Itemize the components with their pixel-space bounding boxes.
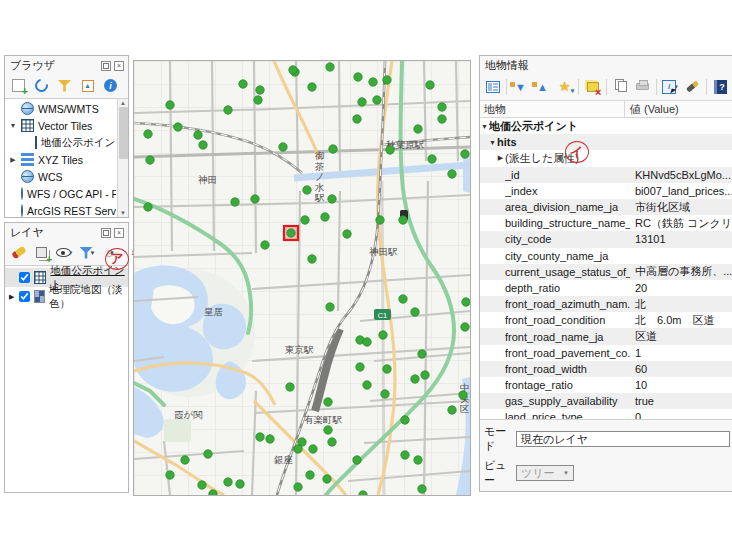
land-price-point[interactable] bbox=[414, 456, 422, 464]
browser-item-wcs[interactable]: WCS bbox=[7, 168, 116, 185]
land-price-point[interactable] bbox=[236, 480, 244, 488]
attribute-row[interactable]: city_county_name_ja bbox=[480, 248, 732, 264]
land-price-point[interactable] bbox=[324, 398, 332, 406]
land-price-point[interactable] bbox=[399, 295, 407, 303]
land-price-point[interactable] bbox=[399, 216, 407, 224]
scroll-up-icon[interactable]: ▲ bbox=[120, 100, 126, 106]
land-price-point[interactable] bbox=[294, 483, 302, 491]
land-price-point[interactable] bbox=[418, 485, 426, 493]
land-price-point[interactable] bbox=[224, 478, 232, 486]
land-price-point[interactable] bbox=[324, 426, 332, 434]
land-price-point[interactable] bbox=[306, 471, 314, 479]
browser-item--[interactable]: 地価公示ポイント bbox=[7, 134, 116, 151]
form-view-icon[interactable] bbox=[483, 77, 502, 96]
attribute-row[interactable]: front_road_azimuth_nam...北 bbox=[480, 296, 732, 312]
layer-visibility-checkbox[interactable] bbox=[19, 291, 30, 302]
clear-results-icon[interactable] bbox=[583, 77, 602, 96]
layer-item[interactable]: ▶地理院地図（淡色） bbox=[5, 287, 128, 306]
attribute-row[interactable]: area_division_name_ja市街化区域 bbox=[480, 199, 732, 215]
expander-icon[interactable]: ▶ bbox=[496, 154, 505, 162]
land-price-point[interactable] bbox=[199, 141, 207, 149]
filter-legend-icon[interactable]: ▼ bbox=[78, 243, 97, 262]
result-group-row[interactable]: ▶(派生した属性) bbox=[480, 150, 732, 166]
attribute-row[interactable]: front_road_pavement_co...1 bbox=[480, 345, 732, 361]
land-price-point[interactable] bbox=[354, 73, 362, 81]
attribute-row[interactable]: front_road_name_ja区道 bbox=[480, 328, 732, 344]
identify-mode-icon[interactable]: i▼ bbox=[661, 77, 680, 96]
land-price-point[interactable] bbox=[411, 375, 419, 383]
browser-panel-titlebar[interactable]: ブラウザ × bbox=[5, 56, 128, 74]
manage-visibility-icon[interactable]: ▼ bbox=[55, 243, 74, 262]
land-price-point[interactable] bbox=[174, 123, 182, 131]
land-price-point[interactable] bbox=[301, 216, 309, 224]
identify-settings-icon[interactable] bbox=[683, 77, 702, 96]
land-price-point[interactable] bbox=[198, 481, 206, 489]
expander-icon[interactable]: ▼ bbox=[488, 139, 497, 146]
browser-item-vector-tiles[interactable]: ▼Vector Tiles bbox=[7, 117, 116, 134]
land-price-point[interactable] bbox=[308, 255, 316, 263]
land-price-point[interactable] bbox=[356, 363, 364, 371]
land-price-point[interactable] bbox=[373, 96, 381, 104]
layers-close-icon[interactable]: × bbox=[114, 228, 124, 238]
land-price-point[interactable] bbox=[381, 390, 389, 398]
land-price-point[interactable] bbox=[379, 331, 387, 339]
attribute-row[interactable]: current_usage_status_of_...中高層の事務所、... bbox=[480, 264, 732, 280]
land-price-point[interactable] bbox=[209, 490, 217, 495]
print-response-icon[interactable] bbox=[633, 77, 652, 96]
scroll-thumb[interactable] bbox=[119, 107, 128, 159]
browser-item-arcgis-rest-servers[interactable]: ArcGIS REST Servers bbox=[7, 202, 116, 217]
land-price-point[interactable] bbox=[166, 101, 174, 109]
land-price-point[interactable] bbox=[363, 381, 371, 389]
scroll-down-icon[interactable]: ▼ bbox=[120, 210, 126, 216]
land-price-point[interactable] bbox=[448, 170, 456, 178]
land-price-point[interactable] bbox=[144, 203, 152, 211]
land-price-point[interactable] bbox=[438, 115, 446, 123]
land-price-point[interactable] bbox=[254, 96, 262, 104]
land-price-point[interactable] bbox=[144, 130, 152, 138]
land-price-point[interactable] bbox=[459, 391, 467, 399]
land-price-point[interactable] bbox=[251, 195, 259, 203]
land-price-point[interactable] bbox=[401, 416, 409, 424]
attribute-row[interactable]: front_road_condition北 6.0m 区道 bbox=[480, 312, 732, 328]
land-price-point[interactable] bbox=[323, 475, 331, 483]
land-price-point[interactable] bbox=[224, 106, 232, 114]
land-price-point[interactable] bbox=[286, 383, 294, 391]
land-price-point[interactable] bbox=[353, 456, 361, 464]
filter-browser-icon[interactable] bbox=[55, 76, 74, 95]
add-group-icon[interactable] bbox=[32, 243, 51, 262]
land-price-point[interactable] bbox=[421, 371, 429, 379]
expander-icon[interactable]: ▼ bbox=[480, 123, 489, 130]
expand-new-results-icon[interactable]: ★ bbox=[555, 77, 574, 96]
value-column-header[interactable]: 値 (Value) bbox=[625, 102, 732, 117]
land-price-point[interactable] bbox=[462, 298, 470, 306]
land-price-point[interactable] bbox=[194, 131, 202, 139]
layer-visibility-checkbox[interactable] bbox=[19, 272, 30, 283]
result-group-row[interactable]: ▼地価公示ポイント bbox=[480, 118, 732, 134]
attribute-row[interactable]: depth_ratio20 bbox=[480, 280, 732, 296]
land-price-point[interactable] bbox=[204, 450, 212, 458]
result-group-row[interactable]: ▼hits bbox=[480, 134, 732, 150]
attribute-row[interactable]: gas_supply_availabilitytrue bbox=[480, 393, 732, 409]
land-price-point[interactable] bbox=[426, 81, 434, 89]
land-price-point[interactable] bbox=[239, 80, 247, 88]
attribute-row[interactable]: front_road_width60 bbox=[480, 361, 732, 377]
land-price-point[interactable] bbox=[401, 451, 409, 459]
land-price-point[interactable] bbox=[279, 143, 287, 151]
land-price-point[interactable] bbox=[461, 150, 469, 158]
land-price-point[interactable] bbox=[438, 103, 446, 111]
expander-icon[interactable]: ▼ bbox=[9, 122, 17, 129]
attribute-row[interactable]: building_structure_name_jaRC（鉄筋 コンクリ... bbox=[480, 215, 732, 231]
style-manager-icon[interactable] bbox=[9, 243, 28, 262]
identify-panel-titlebar[interactable]: 地物情報 bbox=[480, 56, 732, 74]
land-price-point[interactable] bbox=[411, 308, 419, 316]
land-price-point[interactable] bbox=[231, 198, 239, 206]
attribute-row[interactable]: city_code13101 bbox=[480, 231, 732, 247]
view-combobox[interactable]: ツリー ▼ bbox=[516, 465, 574, 481]
feature-column-header[interactable]: 地物 bbox=[480, 101, 625, 117]
land-price-point[interactable] bbox=[448, 406, 456, 414]
refresh-icon[interactable] bbox=[32, 76, 51, 95]
land-price-point[interactable] bbox=[308, 83, 316, 91]
layers-panel-titlebar[interactable]: レイヤ × bbox=[5, 223, 128, 241]
collapse-all-icon[interactable]: ▲ bbox=[78, 76, 97, 95]
land-price-point[interactable] bbox=[428, 155, 436, 163]
